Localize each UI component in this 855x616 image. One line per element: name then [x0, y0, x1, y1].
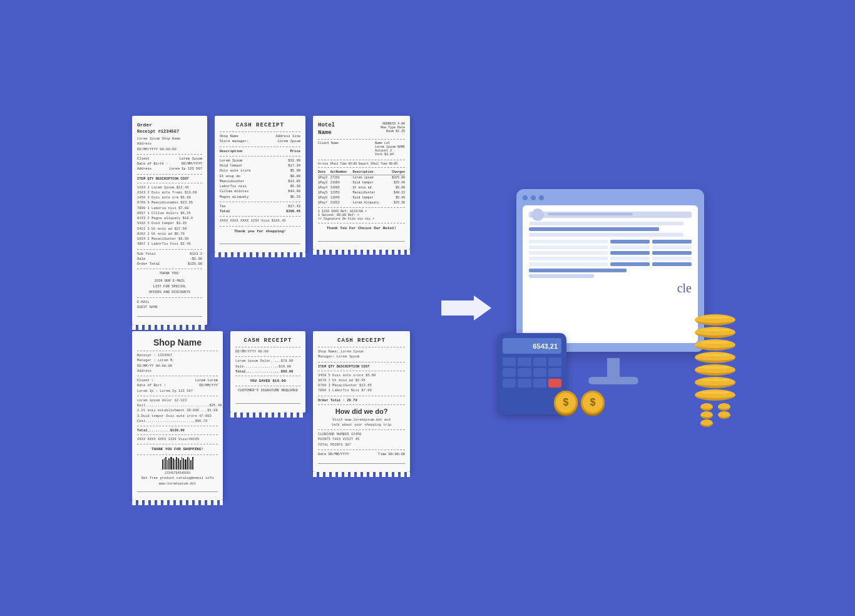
- receipt5-total: Total.................$69.00: [235, 369, 300, 374]
- receipt1-total: Order Total$125.00: [137, 262, 202, 267]
- receipt1-email: E-MAIL: [137, 300, 202, 305]
- screen-avatar: [531, 208, 544, 221]
- receipt4-address2: Lorem Ip : Lorem Ip 123 567: [137, 389, 218, 394]
- receipt2-item5: Maecidiunter$11.85: [220, 179, 300, 184]
- shop-name-receipt: Shop Name Receipt : 1234567 Manager : Lo…: [132, 331, 223, 500]
- receipt2-title: CASH RECEIPT: [220, 122, 300, 128]
- receipt1-subtotal: Sub Total$113.2: [137, 252, 202, 257]
- receipt5-saved: YOU SAVED $10.00: [235, 378, 300, 384]
- receipt5-signature: CUSTOMER'S SIGNATURE REQUIRED: [235, 388, 300, 394]
- arrow-container: [441, 292, 491, 324]
- svg-marker-0: [441, 295, 491, 321]
- calc-btn-1[interactable]: [503, 357, 516, 366]
- receipt2-item8: Magnu aliquaty$6.23: [220, 195, 300, 200]
- monitor-base: [588, 377, 638, 384]
- calc-buttons: [503, 357, 561, 388]
- receipt4-payment: XXXX XXXX XXXX 1234 Visa/#0195: [137, 437, 218, 442]
- cell-1: [529, 240, 608, 244]
- coin-layer-2: [695, 327, 735, 338]
- calc-btn-5[interactable]: [503, 368, 516, 377]
- receipt5-lorem: Lorem ipsum Dolor.....$78.00: [235, 359, 300, 364]
- receipt4-website: Get free product catalog@email info: [137, 476, 218, 481]
- receipt6-clubcard: CLUBCARD NUMBER 12458: [318, 432, 405, 437]
- screen-content-1: [529, 222, 692, 237]
- coin-layer-3: [695, 339, 735, 351]
- computer-section: cle 6543,21: [504, 189, 723, 427]
- calc-btn-10[interactable]: [518, 379, 531, 388]
- monitor-dot-3: [539, 195, 544, 200]
- coin-stack-a: [700, 403, 713, 427]
- receipt4-items: Duit...............................$25.4…: [137, 403, 218, 424]
- cell-11: [610, 257, 650, 260]
- cell-3: [652, 240, 692, 244]
- receipt1-items: 1234 1 Lorem Ipsum $12.45 2343 2 Duis an…: [137, 185, 202, 247]
- small-coin-5: [718, 411, 730, 419]
- receipt1-item-header: ITEM QTY DESCRIPTION COST: [137, 177, 202, 181]
- calc-btn-11[interactable]: [533, 379, 546, 388]
- receipt6-manager: Manager: Lorem Ipsum: [318, 354, 405, 359]
- order-receipt: Order Receipt #1234567 Lorem Ipsum Shop …: [132, 116, 207, 325]
- receipt1-guest: GUEST NAME: [137, 305, 202, 310]
- cell-8: [610, 251, 650, 255]
- coin-layer-4: [695, 352, 735, 363]
- receipts-bottom-row: Shop Name Receipt : 1234567 Manager : Lo…: [132, 331, 410, 500]
- screen-row-4: [529, 257, 692, 260]
- cell-5: [610, 245, 650, 249]
- receipt6-points-visit: POINTS THIS VISIT 45: [318, 437, 405, 442]
- screen-line-1: [529, 222, 683, 225]
- screen-line-3: [529, 233, 683, 237]
- receipt6-feedback-text: Visit www.loremipsum.dot andtalk about y…: [318, 418, 405, 428]
- monitor-top-bar: [523, 195, 698, 200]
- receipt5-title: CASH RECEIPT: [235, 337, 300, 344]
- receipt4-manager: Manager : Lorem M.: [137, 358, 218, 363]
- receipt3-payment-info: 1 1234 XXXX Ref: 0123/0A > 1 Second: 00:…: [318, 210, 405, 221]
- receipt6-items: 3458 5 Duis auto irure $5.60 5678 7 Ut e…: [318, 373, 405, 394]
- receipt1-client: ClientLorem Ipsum: [137, 157, 202, 162]
- receipt6-ordertotal: Order Total : 29.70: [318, 398, 405, 403]
- receipts-section: Order Receipt #1234567 Lorem Ipsum Shop …: [132, 116, 410, 500]
- receipt4-total: Total...........$120.00: [137, 428, 218, 433]
- receipt1-promo: JOIN OUR E-MAILLIST FOR SPECIALOFFERS AN…: [137, 279, 202, 295]
- cell-7: [529, 251, 608, 255]
- receipt3-nameinfo: Name LotLorem Ipsum NAMEAccount 2York $3…: [375, 141, 405, 157]
- screen-row-5: [529, 262, 692, 266]
- coin-stacks-row: [700, 403, 730, 427]
- calc-btn-2[interactable]: [518, 357, 531, 366]
- calc-btn-6[interactable]: [518, 368, 531, 377]
- receipt4-dob: Date of Birt :DD/MM/YYY: [137, 383, 218, 388]
- receipt2-item6: LaborTis nisi$5.38: [220, 184, 300, 189]
- receipt2-total: Total$106.45: [220, 209, 300, 214]
- receipt6-title: CASH RECEIPT: [318, 337, 405, 344]
- coin-layer-6: [695, 377, 735, 388]
- receipt5-date: DD/MM/YYYY 00:00: [235, 349, 300, 354]
- calc-btn-3[interactable]: [533, 357, 546, 366]
- calc-btn-8[interactable]: [548, 368, 561, 377]
- cash-receipt-small: CASH RECEIPT DD/MM/YYYY 00:00 Lorem ipsu…: [230, 331, 305, 413]
- calc-btn-9[interactable]: [503, 379, 516, 388]
- receipt4-shopname: Shop Name: [137, 337, 218, 347]
- calc-display-value: 6543,21: [533, 342, 558, 350]
- monitor-stand: [607, 358, 620, 377]
- monitor-dot-2: [531, 195, 536, 200]
- receipt3-client: Client Name: [318, 141, 339, 157]
- receipt1-address: Address: [137, 141, 202, 146]
- receipt4-barcode-num: 12346794546091: [137, 471, 218, 476]
- receipt2-header: DescriptionPrice: [220, 149, 300, 154]
- receipt1-dob: Date of Birth :DD/MM/YYYY: [137, 162, 202, 167]
- calc-btn-equals[interactable]: [548, 379, 561, 388]
- cell-2: [610, 240, 650, 244]
- receipt3-hotel: HotelName: [318, 122, 335, 136]
- screen-line-2: [529, 227, 659, 231]
- small-coin-2: [700, 411, 713, 419]
- receipt2-manager: Store manager:Lorem Ipsum: [220, 139, 300, 144]
- calc-btn-4[interactable]: [548, 357, 561, 366]
- receipt3-address: ADDRESS 4.00New Type RateRoom $2.25: [381, 122, 405, 136]
- receipt5-sale: Sale................-$10.00: [235, 364, 300, 369]
- receipt1-shopname: Lorem Ipsum Shop Name: [137, 136, 202, 141]
- screen-row-1: [529, 240, 692, 244]
- cell-14: [610, 262, 650, 266]
- screen-bottom-lines: [529, 269, 692, 278]
- small-coin-4: [718, 403, 730, 411]
- calc-btn-7[interactable]: [533, 368, 546, 377]
- hotel-receipt: HotelName ADDRESS 4.00New Type RateRoom …: [313, 116, 410, 250]
